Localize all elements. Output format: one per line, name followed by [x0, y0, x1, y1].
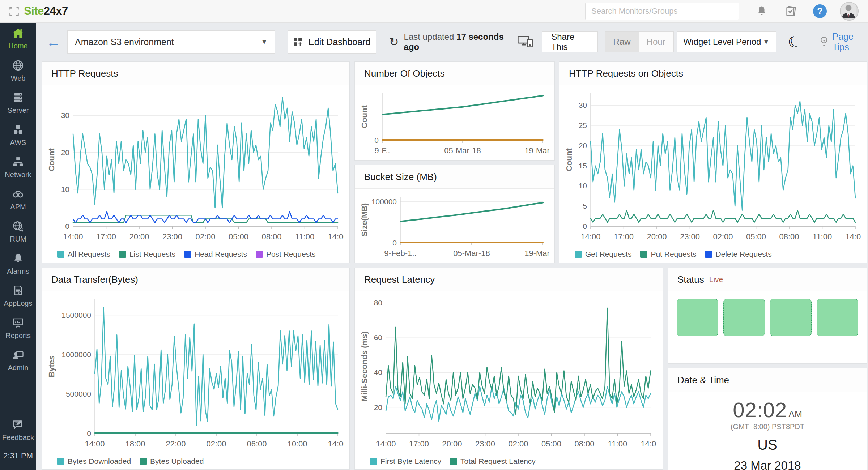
logs-icon: [12, 284, 25, 297]
back-arrow-icon[interactable]: ←: [46, 35, 61, 49]
legend-item-first-byte-latency[interactable]: First Byte Latency: [370, 457, 441, 466]
status-tile[interactable]: [770, 299, 812, 336]
bucket-size-chart-canvas: 01000009-Feb-1..05-Mar-1819-Mar-18Size(M…: [355, 189, 554, 262]
legend-item-delete-requests[interactable]: Delete Requests: [705, 250, 771, 258]
sidebar-item-aws[interactable]: AWS: [0, 119, 36, 151]
svg-text:02:00: 02:00: [206, 439, 226, 448]
legend-label: Put Requests: [651, 250, 696, 258]
search-input[interactable]: [585, 3, 739, 20]
toggle-option-raw[interactable]: Raw: [605, 32, 639, 52]
sidebar-item-feedback[interactable]: Feedback: [0, 414, 36, 446]
widget-title: HTTP Requests: [51, 68, 118, 79]
widget-number-of-objects: Number Of Objects 09-F..05-Mar-1819-Mar-…: [354, 61, 555, 161]
legend-item-list-requests[interactable]: List Requests: [119, 250, 175, 258]
sidebar-item-admin[interactable]: Admin: [0, 344, 36, 376]
legend-label: Head Requests: [195, 250, 247, 258]
svg-text:11:00: 11:00: [608, 439, 627, 448]
legend-label: All Requests: [68, 250, 110, 258]
dashboard-selector[interactable]: Amazon S3 environment ▼: [67, 30, 275, 54]
svg-text:14:00: 14:00: [641, 439, 656, 448]
widget-title: HTTP Requests on Objects: [569, 68, 683, 79]
http_requests_objects-svg: 05101520253014:0017:0020:0023:0002:0005:…: [565, 88, 861, 244]
svg-text:20:00: 20:00: [647, 232, 667, 241]
legend-swatch: [640, 251, 647, 258]
svg-text:23:00: 23:00: [162, 232, 182, 241]
sidebar-item-applogs[interactable]: AppLogs: [0, 280, 36, 312]
legend-item-total-request-latency[interactable]: Total Request Latency: [450, 457, 536, 466]
legend-item-put-requests[interactable]: Put Requests: [640, 250, 696, 258]
sidebar-item-apm[interactable]: APM: [0, 183, 36, 215]
sidebar-item-label: AWS: [10, 138, 26, 147]
sidebar-item-label: Alarms: [7, 267, 29, 275]
sidebar-item-label: Home: [8, 42, 27, 50]
share-this-button[interactable]: Share This: [542, 31, 597, 52]
legend-swatch: [57, 251, 64, 258]
chart-legend: All RequestsList RequestsHead RequestsPo…: [42, 245, 349, 263]
chart-legend: Get RequestsPut RequestsDelete Requests: [559, 245, 867, 263]
svg-text:14:00: 14:00: [328, 439, 344, 448]
legend-swatch: [119, 251, 126, 258]
refresh-icon[interactable]: ↻: [389, 35, 399, 49]
site24x7-logo[interactable]: Site24x7: [8, 5, 68, 18]
sidebar-item-web[interactable]: Web: [0, 55, 36, 87]
help-icon[interactable]: ?: [813, 4, 827, 18]
svg-text:20:00: 20:00: [129, 232, 149, 241]
legend-label: List Requests: [129, 250, 175, 258]
sidebar-item-alarms[interactable]: Alarms: [0, 248, 36, 280]
share-this-label: Share This: [551, 32, 588, 52]
dark-mode-moon-icon[interactable]: ☾: [786, 31, 804, 52]
legend-item-bytes-uploaded[interactable]: Bytes Uploaded: [140, 457, 204, 466]
edit-dashboard-button[interactable]: Edit Dashboard: [288, 30, 376, 54]
devices-icon[interactable]: [517, 34, 534, 50]
widget-header: HTTP Requests on Objects: [559, 62, 867, 85]
svg-text:9-Feb-1..: 9-Feb-1..: [384, 249, 416, 258]
sidebar-item-label: Server: [8, 106, 29, 115]
sidebar-item-rum[interactable]: RUM: [0, 215, 36, 248]
svg-text:11:00: 11:00: [813, 232, 832, 241]
chevron-down-icon: ▼: [261, 38, 268, 46]
legend-item-post-requests[interactable]: Post Requests: [256, 250, 316, 258]
legend-item-get-requests[interactable]: Get Requests: [575, 250, 631, 258]
sidebar-clock: 2:31 PM: [3, 451, 33, 461]
sidebar-item-home[interactable]: Home: [0, 22, 36, 55]
timezone-label: (GMT -8:00) PST8PDT: [731, 423, 804, 431]
svg-text:19-Mar-18: 19-Mar-18: [524, 146, 549, 155]
svg-text:0: 0: [583, 222, 587, 230]
notifications-bell-icon[interactable]: [755, 5, 768, 18]
feedback-icon: [12, 418, 25, 431]
sidebar-item-network[interactable]: Network: [0, 151, 36, 183]
period-selector-value: Widget Level Period: [684, 37, 761, 47]
request-latency-chart-canvas: 2040608014:0017:0020:0023:0002:0005:0008…: [355, 291, 663, 452]
toggle-option-hour[interactable]: Hour: [639, 32, 673, 52]
svg-text:40: 40: [374, 368, 382, 376]
legend-item-all-requests[interactable]: All Requests: [57, 250, 110, 258]
request_latency-svg: 2040608014:0017:0020:0023:0002:0005:0008…: [360, 294, 656, 451]
user-avatar[interactable]: [840, 2, 859, 21]
legend-item-bytes-downloaded[interactable]: Bytes Downloaded: [57, 457, 131, 466]
legend-item-head-requests[interactable]: Head Requests: [184, 250, 247, 258]
sidebar-item-server[interactable]: Server: [0, 87, 36, 119]
svg-text:17:00: 17:00: [614, 232, 634, 241]
status-tile[interactable]: [677, 299, 718, 336]
status-tiles: [668, 291, 867, 343]
http-requests-on-objects-chart-canvas: 05101520253014:0017:0020:0023:0002:0005:…: [559, 85, 867, 245]
expand-arrows-icon: [8, 5, 20, 17]
widget-header: Bucket Size (MB): [355, 165, 554, 189]
clock-meridiem: AM: [788, 409, 802, 419]
svg-text:10: 10: [61, 185, 69, 193]
svg-text:14:00: 14:00: [63, 232, 83, 241]
status-tile[interactable]: [817, 299, 858, 336]
status-tile[interactable]: [723, 299, 765, 336]
sidebar-item-label: Web: [11, 74, 26, 82]
svg-text:08:00: 08:00: [574, 439, 594, 448]
page-tips-button[interactable]: Page Tips: [819, 31, 868, 52]
svg-text:08:00: 08:00: [779, 232, 799, 241]
widget-level-period-selector[interactable]: Widget Level Period ▼: [677, 31, 776, 52]
sidebar-item-reports[interactable]: Reports: [0, 312, 36, 344]
svg-text:08:00: 08:00: [261, 232, 281, 241]
widget-header: Data Transfer(Bytes): [42, 268, 349, 291]
http-requests-chart-canvas: 010203014:0017:0020:0023:0002:0005:0008:…: [42, 85, 349, 245]
widget-header: Status Live: [668, 268, 867, 291]
svg-text:14:00: 14:00: [845, 232, 861, 241]
tasks-inbox-icon[interactable]: [784, 5, 797, 18]
